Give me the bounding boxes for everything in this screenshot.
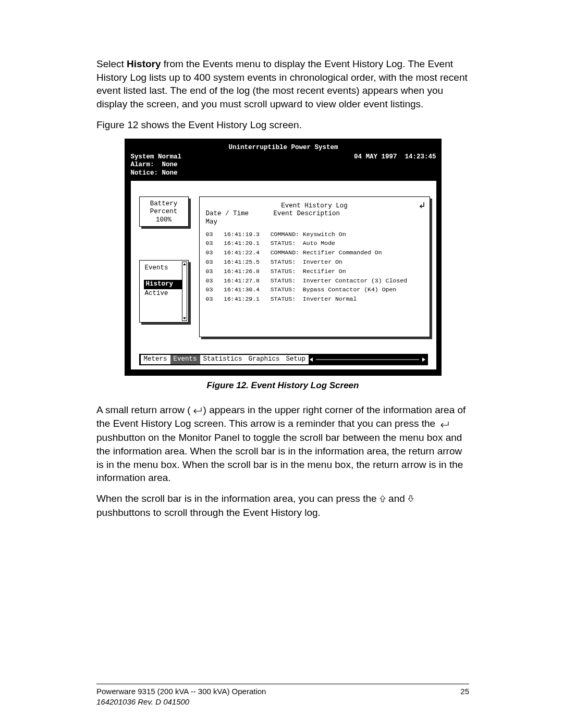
paragraph-2: Figure 12 shows the Event History Log sc… [96,118,469,132]
page-number: 25 [460,686,469,708]
up-arrow-glyph-icon [380,492,386,506]
footer-revision: 164201036 Rev. D 041500 [96,697,266,707]
tab-events[interactable]: Events [170,355,200,364]
paragraph-1: Select History from the Events menu to d… [96,57,469,111]
text: and [386,493,408,504]
tab-bar: Meters Events Statistics Graphics Setup [139,354,428,365]
battery-panel: Battery Percent 100% [139,196,189,227]
text: A small return arrow ( [96,404,191,415]
text: pushbutton on the Monitor Panel to toggl… [96,432,463,483]
col-header-datetime: Date / Time [206,210,274,218]
scroll-left-icon[interactable] [310,357,313,362]
scroll-right-icon[interactable] [422,357,425,362]
bold-history: History [127,58,161,69]
tab-setup[interactable]: Setup [283,355,309,364]
ups-screen-figure: Uninterruptible Power System System Norm… [125,139,442,376]
ups-title: Uninterruptible Power System [131,144,436,152]
document-page: Select History from the Events menu to d… [0,0,563,728]
event-history-log-panel: Event History Log Date / Time Event Desc… [199,196,430,337]
tab-graphics[interactable]: Graphics [246,355,283,364]
figure-caption: Figure 12. Event History Log Screen [96,380,469,392]
return-arrow-glyph-icon [191,404,203,417]
tab-meters[interactable]: Meters [141,355,170,364]
paragraph-4: When the scroll bar is in the informatio… [96,492,469,519]
log-title: Event History Log [206,202,423,211]
ups-datetime: 04 MAY 1997 14:23:45 [354,153,436,178]
text: Select [96,58,127,69]
scroll-up-icon[interactable] [183,263,186,265]
return-arrow-glyph-icon [438,418,450,431]
battery-label: Battery [140,200,188,208]
page-footer: Powerware 9315 (200 kVA -- 300 kVA) Oper… [96,684,469,708]
scroll-down-icon[interactable] [183,317,186,319]
col-header-description: Event Description [274,210,340,218]
battery-percent-value: 100% [140,216,188,225]
down-arrow-glyph-icon [408,492,414,506]
menu-item-events[interactable]: Events [144,264,186,273]
tab-scrollbar[interactable] [309,357,426,362]
ups-status-lines: System Normal Alarm: None Notice: None [131,153,182,178]
battery-percent-label: Percent [140,208,188,216]
menu-item-active[interactable]: Active [144,289,186,299]
menu-scrollbar[interactable] [182,262,187,321]
text: pushbuttons to scroll through the Event … [96,507,321,518]
paragraph-3: A small return arrow () appears in the u… [96,403,469,485]
menu-item-history[interactable]: History [144,280,186,289]
events-menu-panel: Events History Active [139,260,189,323]
log-month: May [206,218,423,227]
footer-product: Powerware 9315 (200 kVA -- 300 kVA) Oper… [96,686,266,697]
tab-statistics[interactable]: Statistics [200,355,246,364]
event-log-table: 03 16:41:19.3 COMMAND: Keyswitch On 03 1… [206,230,423,304]
return-arrow-icon [418,201,425,209]
text: When the scroll bar is in the informatio… [96,493,380,504]
